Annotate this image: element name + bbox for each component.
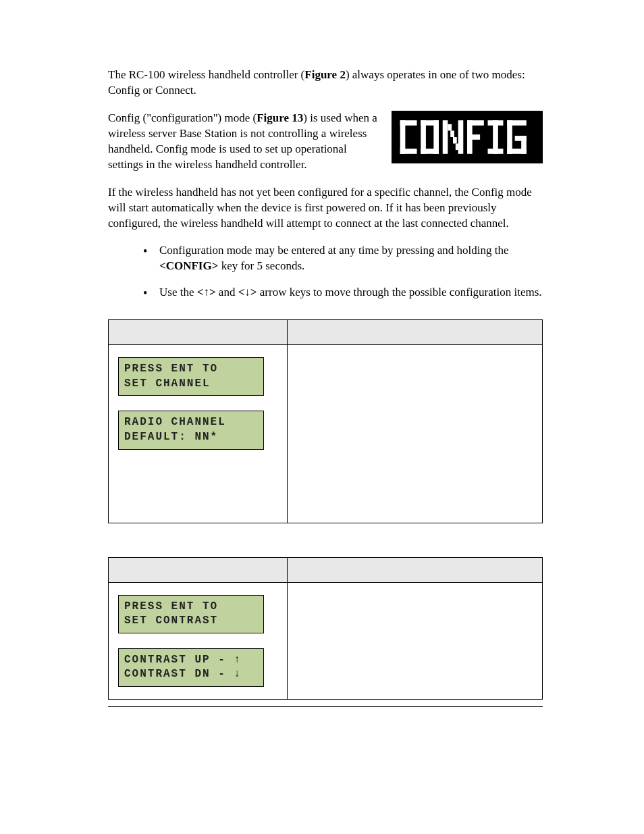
set-channel-table: PRESS ENT TO SET CHANNEL RADIO CHANNEL D… <box>108 319 543 523</box>
lcd-display: PRESS ENT TO SET CHANNEL <box>118 357 264 396</box>
text: and <box>216 286 238 298</box>
figure-ref-2: Figure 2 <box>304 68 346 81</box>
list-item: Configuration mode may be entered at any… <box>143 243 543 274</box>
lcd-display: PRESS ENT TO SET CONTRAST <box>118 595 264 633</box>
svg-rect-10 <box>450 130 454 137</box>
svg-rect-23 <box>515 136 527 141</box>
set-contrast-table: PRESS ENT TO SET CONTRAST CONTRAST UP - … <box>108 557 543 700</box>
lcd-display: CONTRAST UP - ↑ CONTRAST DN - ↓ <box>118 648 264 687</box>
intro-paragraph-1: The RC-100 wireless handheld controller … <box>108 68 543 99</box>
text: The RC-100 wireless handheld controller … <box>108 68 304 81</box>
table-cell-description <box>288 345 543 523</box>
config-badge <box>392 111 543 163</box>
figure-ref-13: Figure 13 <box>257 111 303 124</box>
arrow-down-key: <↓> <box>238 286 257 298</box>
table-header-right <box>288 320 543 345</box>
svg-rect-15 <box>467 134 480 140</box>
lcd-display: RADIO CHANNEL DEFAULT: NN* <box>118 411 264 449</box>
auto-config-paragraph: If the wireless handheld has not yet bee… <box>108 185 543 232</box>
text: Configuration mode may be entered at any… <box>159 244 508 257</box>
text: Config ("configuration") mode ( <box>108 111 257 124</box>
config-bullet-list: Configuration mode may be entered at any… <box>108 243 543 301</box>
table-cell-lcds: PRESS ENT TO SET CHANNEL RADIO CHANNEL D… <box>109 345 288 523</box>
svg-rect-9 <box>448 124 452 131</box>
table-header-left <box>109 557 288 582</box>
table-cell-lcds: PRESS ENT TO SET CONTRAST CONTRAST UP - … <box>109 582 288 699</box>
list-item: Use the <↑> and <↓> arrow keys to move t… <box>143 285 543 301</box>
text: arrow keys to move through the possible … <box>257 286 542 298</box>
footer-rule <box>108 706 543 707</box>
table-header-left <box>109 320 288 345</box>
config-word-icon <box>396 116 538 158</box>
svg-rect-2 <box>400 149 417 154</box>
svg-rect-6 <box>421 149 439 154</box>
svg-rect-18 <box>488 149 504 154</box>
svg-rect-12 <box>456 143 460 150</box>
table-cell-description <box>288 582 543 699</box>
svg-rect-11 <box>453 137 457 144</box>
arrow-up-key: <↑> <box>197 286 216 298</box>
text: Use the <box>159 286 197 298</box>
config-key: <CONFIG> <box>159 259 218 272</box>
text: key for 5 seconds. <box>218 259 304 272</box>
svg-rect-14 <box>467 120 484 126</box>
svg-rect-7 <box>443 120 448 154</box>
table-header-right <box>288 557 543 582</box>
